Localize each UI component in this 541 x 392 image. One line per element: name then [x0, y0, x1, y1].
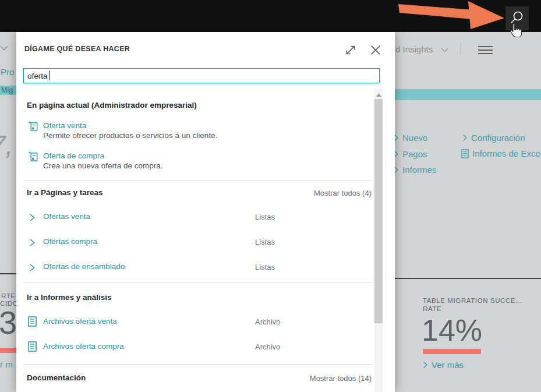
bg-link-ver-mas[interactable]: Ver más — [423, 360, 464, 370]
bg-left-tile-value: 3 — [0, 306, 17, 339]
result-category: Listas — [255, 213, 275, 221]
caret-down-icon[interactable] — [441, 48, 448, 52]
bg-notification-banner — [395, 89, 541, 100]
result-description: Crea una nueva oferta de compra. — [43, 161, 163, 170]
bg-left-kpi-fragment: 7, — [0, 129, 13, 161]
hand-cursor-icon — [508, 23, 523, 41]
report-icon — [28, 316, 37, 327]
expand-icon — [344, 44, 357, 56]
text-caret — [49, 70, 49, 80]
bg-right-rule — [395, 278, 541, 279]
result-link-ofertas-compra[interactable]: Ofertas compra — [43, 237, 97, 246]
bg-link-label: Ver más — [432, 360, 464, 370]
bg-left-vermas-fragment[interactable]: r m — [0, 359, 13, 369]
section-header: Ir a Informes y análisis — [27, 293, 112, 302]
bg-left-tile-title: RTE — [1, 292, 16, 299]
dialog-title: DÍGAME QUÉ DESEA HACER — [24, 45, 130, 53]
result-link-ofertas-de-ensamblado[interactable]: Ofertas de ensamblado — [43, 262, 125, 271]
bg-banner-text: Mig — [1, 86, 13, 94]
report-icon — [461, 149, 469, 158]
bg-tile-value: 14% — [422, 315, 482, 345]
scroll-up-button[interactable] — [374, 90, 383, 98]
result-link-archivos-oferta-compra[interactable]: Archivos oferta compra — [43, 342, 124, 351]
bg-link-informes[interactable]: Informes — [394, 165, 436, 175]
section-header: En página actual (Administrador empresar… — [27, 101, 197, 110]
report-icon — [28, 341, 37, 352]
bg-link-configuracion[interactable]: Configuración — [462, 133, 525, 143]
chevron-right-icon — [462, 134, 468, 142]
bg-left-rule — [0, 273, 16, 274]
result-link-ofertas-venta[interactable]: Ofertas venta — [43, 212, 90, 221]
section-divider — [23, 364, 373, 365]
annotation-arrow-icon — [398, 1, 507, 29]
bg-link-label: Informes — [402, 165, 436, 175]
scrollbar-thumb[interactable] — [374, 99, 383, 323]
result-link-oferta-de-compra[interactable]: Oferta de compra — [43, 151, 104, 160]
result-description: Permite ofrecer productos o servicios a … — [43, 131, 217, 140]
section-header: Ir a Páginas y tareas — [27, 188, 103, 197]
result-link-archivos-oferta-venta[interactable]: Archivos oferta venta — [43, 317, 117, 326]
result-link-oferta-venta[interactable]: Oferta venta — [43, 121, 86, 130]
scroll-up-icon — [376, 93, 381, 97]
close-icon — [369, 44, 382, 56]
bg-left-banner: Mig — [0, 86, 17, 95]
close-dialog-button[interactable] — [369, 44, 383, 58]
bg-link-label: Configuración — [471, 133, 525, 143]
chevron-right-icon — [29, 263, 36, 272]
bg-tile-title: TABLE MIGRATION SUCCE… — [423, 297, 522, 304]
new-document-icon — [28, 121, 39, 132]
header-divider — [461, 43, 461, 55]
bg-link-pagos[interactable]: Pagos — [394, 149, 427, 159]
bg-link-label: Pagos — [402, 149, 427, 159]
bg-link-label: Informes de Excel — [472, 149, 541, 158]
result-category: Listas — [255, 263, 275, 271]
scrollbar[interactable] — [374, 89, 383, 392]
result-category: Archivo — [255, 317, 280, 326]
caret-down-icon — [0, 45, 8, 51]
expand-dialog-button[interactable] — [344, 44, 358, 58]
bg-kpi-bar — [423, 349, 481, 354]
show-all-pages-link[interactable]: Mostrar todos (4) — [314, 189, 372, 197]
bg-link-label: Nuevo — [402, 133, 427, 143]
result-category: Listas — [255, 238, 275, 246]
section-header: Documentación — [27, 373, 86, 382]
bg-link-nuevo[interactable]: Nuevo — [394, 133, 427, 143]
section-divider — [23, 282, 373, 282]
bg-link-informes-excel[interactable]: Informes de Excel — [461, 149, 541, 158]
new-document-icon — [28, 151, 39, 162]
result-category: Archivo — [255, 342, 280, 351]
section-divider — [23, 181, 373, 181]
bg-tile-title: RATE — [423, 305, 441, 312]
search-input[interactable] — [23, 68, 380, 83]
chevron-right-icon — [29, 213, 36, 222]
menu-icon[interactable] — [478, 46, 493, 56]
bg-left-link-fragment[interactable]: Pro — [1, 67, 14, 77]
tell-me-dialog: DÍGAME QUÉ DESEA HACER En página actual … — [16, 32, 395, 392]
bg-left-kpi-bar — [0, 348, 16, 353]
screen: Pro Mig 7, RTE CIDO 3 r m d Insights Nue… — [0, 0, 541, 392]
chevron-right-icon — [29, 238, 36, 247]
show-all-docs-link[interactable]: Mostrar todos (14) — [310, 374, 372, 383]
chevron-right-icon — [423, 361, 428, 369]
insights-dropdown[interactable]: d Insights — [395, 44, 433, 54]
